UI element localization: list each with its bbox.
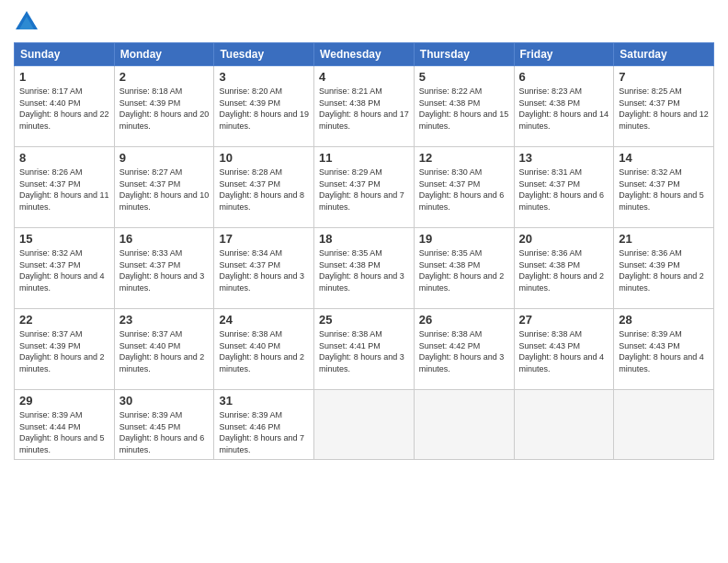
calendar-cell: 5 Sunrise: 8:22 AMSunset: 4:38 PMDayligh…: [414, 66, 514, 147]
day-number: 10: [219, 151, 309, 165]
calendar-cell: 14 Sunrise: 8:32 AMSunset: 4:37 PMDaylig…: [614, 147, 714, 228]
day-number: 12: [419, 151, 509, 165]
logo-icon: [14, 9, 40, 35]
day-number: 18: [319, 232, 409, 246]
day-number: 14: [619, 151, 709, 165]
calendar-header-monday: Monday: [114, 43, 214, 66]
day-number: 4: [319, 70, 409, 84]
day-number: 25: [319, 313, 409, 327]
calendar-cell: 10 Sunrise: 8:28 AMSunset: 4:37 PMDaylig…: [214, 147, 314, 228]
calendar-cell: 23 Sunrise: 8:37 AMSunset: 4:40 PMDaylig…: [114, 309, 214, 390]
calendar-cell: 24 Sunrise: 8:38 AMSunset: 4:40 PMDaylig…: [214, 309, 314, 390]
day-info: Sunrise: 8:31 AMSunset: 4:37 PMDaylight:…: [519, 167, 605, 212]
calendar-week-row: 29 Sunrise: 8:39 AMSunset: 4:44 PMDaylig…: [15, 390, 714, 460]
day-info: Sunrise: 8:35 AMSunset: 4:38 PMDaylight:…: [419, 248, 505, 293]
calendar-cell: 3 Sunrise: 8:20 AMSunset: 4:39 PMDayligh…: [214, 66, 314, 147]
day-info: Sunrise: 8:23 AMSunset: 4:38 PMDaylight:…: [519, 86, 609, 131]
calendar-cell: 25 Sunrise: 8:38 AMSunset: 4:41 PMDaylig…: [314, 309, 415, 390]
day-number: 8: [19, 151, 109, 165]
calendar-cell: 4 Sunrise: 8:21 AMSunset: 4:38 PMDayligh…: [314, 66, 415, 147]
calendar-header-friday: Friday: [514, 43, 614, 66]
calendar-header-thursday: Thursday: [414, 43, 514, 66]
day-number: 20: [519, 232, 609, 246]
page: SundayMondayTuesdayWednesdayThursdayFrid…: [0, 0, 728, 563]
day-number: 23: [119, 313, 210, 327]
day-number: 9: [119, 151, 210, 165]
day-info: Sunrise: 8:29 AMSunset: 4:37 PMDaylight:…: [319, 167, 404, 212]
calendar-cell: 15 Sunrise: 8:32 AMSunset: 4:37 PMDaylig…: [15, 228, 115, 309]
calendar-cell: 16 Sunrise: 8:33 AMSunset: 4:37 PMDaylig…: [114, 228, 214, 309]
calendar-cell: 6 Sunrise: 8:23 AMSunset: 4:38 PMDayligh…: [514, 66, 614, 147]
calendar-cell: 8 Sunrise: 8:26 AMSunset: 4:37 PMDayligh…: [15, 147, 115, 228]
day-number: 29: [19, 394, 109, 408]
day-info: Sunrise: 8:34 AMSunset: 4:37 PMDaylight:…: [219, 248, 304, 293]
calendar-cell: 1 Sunrise: 8:17 AMSunset: 4:40 PMDayligh…: [15, 66, 115, 147]
day-info: Sunrise: 8:38 AMSunset: 4:40 PMDaylight:…: [219, 329, 304, 373]
day-number: 27: [519, 313, 609, 327]
day-info: Sunrise: 8:17 AMSunset: 4:40 PMDaylight:…: [19, 86, 109, 131]
calendar-cell: 28 Sunrise: 8:39 AMSunset: 4:43 PMDaylig…: [614, 309, 714, 390]
day-number: 16: [119, 232, 210, 246]
day-info: Sunrise: 8:37 AMSunset: 4:40 PMDaylight:…: [119, 329, 205, 373]
day-info: Sunrise: 8:38 AMSunset: 4:41 PMDaylight:…: [319, 329, 404, 373]
day-info: Sunrise: 8:32 AMSunset: 4:37 PMDaylight:…: [619, 167, 704, 212]
calendar-cell: 31 Sunrise: 8:39 AMSunset: 4:46 PMDaylig…: [214, 390, 314, 460]
calendar-cell: 13 Sunrise: 8:31 AMSunset: 4:37 PMDaylig…: [514, 147, 614, 228]
day-number: 5: [419, 70, 509, 84]
day-info: Sunrise: 8:39 AMSunset: 4:44 PMDaylight:…: [19, 410, 105, 454]
logo: [14, 9, 43, 35]
day-number: 1: [19, 70, 109, 84]
day-number: 11: [319, 151, 409, 165]
calendar-cell: 19 Sunrise: 8:35 AMSunset: 4:38 PMDaylig…: [414, 228, 514, 309]
day-info: Sunrise: 8:38 AMSunset: 4:42 PMDaylight:…: [419, 329, 505, 373]
calendar-cell: 27 Sunrise: 8:38 AMSunset: 4:43 PMDaylig…: [514, 309, 614, 390]
day-info: Sunrise: 8:37 AMSunset: 4:39 PMDaylight:…: [19, 329, 105, 373]
calendar-cell: 7 Sunrise: 8:25 AMSunset: 4:37 PMDayligh…: [614, 66, 714, 147]
day-number: 6: [519, 70, 609, 84]
calendar-cell: 2 Sunrise: 8:18 AMSunset: 4:39 PMDayligh…: [114, 66, 214, 147]
day-info: Sunrise: 8:39 AMSunset: 4:43 PMDaylight:…: [619, 329, 704, 373]
day-info: Sunrise: 8:36 AMSunset: 4:39 PMDaylight:…: [619, 248, 704, 293]
day-number: 31: [219, 394, 309, 408]
day-number: 7: [619, 70, 709, 84]
calendar-cell: 30 Sunrise: 8:39 AMSunset: 4:45 PMDaylig…: [114, 390, 214, 460]
calendar-cell: 18 Sunrise: 8:35 AMSunset: 4:38 PMDaylig…: [314, 228, 415, 309]
day-number: 15: [19, 232, 109, 246]
calendar-cell: [614, 390, 714, 460]
calendar-cell: [514, 390, 614, 460]
day-number: 13: [519, 151, 609, 165]
day-info: Sunrise: 8:25 AMSunset: 4:37 PMDaylight:…: [619, 86, 709, 131]
calendar-cell: [414, 390, 514, 460]
day-info: Sunrise: 8:26 AMSunset: 4:37 PMDaylight:…: [19, 167, 109, 212]
day-number: 22: [19, 313, 109, 327]
day-info: Sunrise: 8:22 AMSunset: 4:38 PMDaylight:…: [419, 86, 509, 131]
day-info: Sunrise: 8:36 AMSunset: 4:38 PMDaylight:…: [519, 248, 605, 293]
day-number: 2: [119, 70, 210, 84]
calendar-header-tuesday: Tuesday: [214, 43, 314, 66]
calendar-week-row: 1 Sunrise: 8:17 AMSunset: 4:40 PMDayligh…: [15, 66, 714, 147]
calendar-header-wednesday: Wednesday: [314, 43, 415, 66]
calendar-week-row: 22 Sunrise: 8:37 AMSunset: 4:39 PMDaylig…: [15, 309, 714, 390]
day-number: 17: [219, 232, 309, 246]
calendar-cell: 20 Sunrise: 8:36 AMSunset: 4:38 PMDaylig…: [514, 228, 614, 309]
calendar-cell: 29 Sunrise: 8:39 AMSunset: 4:44 PMDaylig…: [15, 390, 115, 460]
calendar-cell: 9 Sunrise: 8:27 AMSunset: 4:37 PMDayligh…: [114, 147, 214, 228]
day-number: 24: [219, 313, 309, 327]
day-info: Sunrise: 8:32 AMSunset: 4:37 PMDaylight:…: [19, 248, 105, 293]
day-info: Sunrise: 8:27 AMSunset: 4:37 PMDaylight:…: [119, 167, 210, 212]
day-number: 30: [119, 394, 210, 408]
day-info: Sunrise: 8:38 AMSunset: 4:43 PMDaylight:…: [519, 329, 605, 373]
calendar-cell: 11 Sunrise: 8:29 AMSunset: 4:37 PMDaylig…: [314, 147, 415, 228]
calendar-cell: 12 Sunrise: 8:30 AMSunset: 4:37 PMDaylig…: [414, 147, 514, 228]
calendar-header-saturday: Saturday: [614, 43, 714, 66]
calendar-cell: 26 Sunrise: 8:38 AMSunset: 4:42 PMDaylig…: [414, 309, 514, 390]
day-info: Sunrise: 8:39 AMSunset: 4:45 PMDaylight:…: [119, 410, 205, 454]
calendar-header-row: SundayMondayTuesdayWednesdayThursdayFrid…: [15, 43, 714, 66]
day-info: Sunrise: 8:28 AMSunset: 4:37 PMDaylight:…: [219, 167, 304, 212]
calendar-week-row: 15 Sunrise: 8:32 AMSunset: 4:37 PMDaylig…: [15, 228, 714, 309]
day-number: 19: [419, 232, 509, 246]
calendar-header-sunday: Sunday: [15, 43, 115, 66]
calendar-week-row: 8 Sunrise: 8:26 AMSunset: 4:37 PMDayligh…: [15, 147, 714, 228]
header: [14, 9, 714, 35]
calendar-cell: 17 Sunrise: 8:34 AMSunset: 4:37 PMDaylig…: [214, 228, 314, 309]
